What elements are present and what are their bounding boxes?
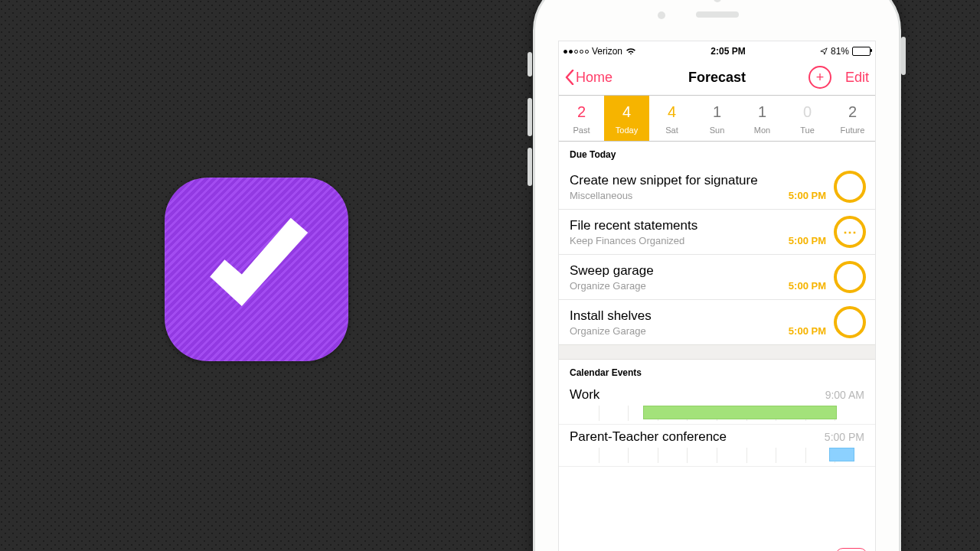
forecast-cell-today[interactable]: 4Today [604,96,649,141]
task-row[interactable]: Create new snippet for signatureMiscella… [559,165,875,210]
calendar-list: Work9:00 AMParent-Teacher conference5:00… [559,383,875,467]
power-button [901,37,906,75]
forecast-cell-future[interactable]: 2Future [830,96,875,141]
calendar-event-time: 5:00 PM [825,431,864,443]
forecast-label: Past [559,126,604,135]
carrier-label: Verizon [592,46,622,57]
forecast-label: Sun [694,126,740,135]
volume-up-button [528,98,532,136]
calendar-event-name: Parent-Teacher conference [570,429,825,445]
task-complete-circle[interactable] [834,261,866,293]
forecast-cell-tue[interactable]: 0Tue [785,96,830,141]
forecast-label: Tue [785,126,830,135]
forecast-count: 4 [604,103,649,121]
task-project: Organize Garage [570,325,782,337]
forecast-cell-sat[interactable]: 4Sat [649,96,694,141]
earpiece-speaker [696,11,739,18]
volume-down-button [528,148,532,186]
location-icon [820,47,828,55]
forecast-label: Mon [740,126,785,135]
back-label: Home [576,70,612,86]
task-row[interactable]: File recent statementsKeep Finances Orga… [559,210,875,255]
phone-frame: Verizon 2:05 PM 81% Home Forecast [533,0,901,551]
forecast-count: 1 [694,103,740,121]
task-due-time: 5:00 PM [789,235,826,246]
checkmark-icon [195,208,318,331]
status-bar: Verizon 2:05 PM 81% [559,41,875,60]
phone-screen: Verizon 2:05 PM 81% Home Forecast [558,41,876,551]
calendar-events-header: Calendar Events [559,360,875,383]
app-icon [165,178,348,361]
plus-icon: + [816,70,825,84]
task-project: Keep Finances Organized [570,235,782,246]
proximity-sensor [658,11,665,19]
task-row[interactable]: Install shelvesOrganize Garage5:00 PM [559,300,875,344]
calendar-bar [829,448,854,461]
forecast-count: 0 [785,103,830,121]
calendar-bar [643,406,836,419]
edit-button[interactable]: Edit [845,70,869,86]
forecast-count: 1 [740,103,785,121]
mute-switch [528,52,532,77]
forecast-label: Future [830,126,875,135]
task-complete-circle[interactable] [834,171,866,203]
forecast-cell-sun[interactable]: 1Sun [694,96,740,141]
task-due-time: 5:00 PM [789,280,826,292]
calendar-timeline [570,448,864,463]
task-project: Miscellaneous [570,190,782,201]
forecast-bar: 2Past4Today4Sat1Sun1Mon0Tue2Future [559,96,875,142]
battery-icon [852,47,871,56]
forecast-label: Today [604,126,649,135]
task-list: Create new snippet for signatureMiscella… [559,165,875,344]
status-time: 2:05 PM [710,46,745,57]
task-title: Install shelves [570,308,826,324]
task-due-time: 5:00 PM [789,190,826,201]
back-button[interactable]: Home [565,70,612,86]
calendar-row[interactable]: Parent-Teacher conference5:00 PM [559,425,875,467]
task-title: Sweep garage [570,263,826,279]
calendar-event-time: 9:00 AM [825,389,864,401]
calendar-event-name: Work [570,387,825,403]
forecast-cell-mon[interactable]: 1Mon [740,96,785,141]
calendar-timeline [570,406,864,421]
nav-bar: Home Forecast + Edit [559,60,875,96]
forecast-count: 4 [649,103,694,121]
task-complete-circle[interactable] [834,306,866,338]
forecast-label: Sat [649,126,694,135]
signal-strength-icon [564,50,589,54]
task-project: Organize Garage [570,280,782,292]
forecast-count: 2 [830,103,875,121]
forecast-cell-past[interactable]: 2Past [559,96,604,141]
wifi-icon [626,47,636,55]
forecast-count: 2 [559,103,604,121]
task-due-time: 5:00 PM [789,325,826,337]
task-title: File recent statements [570,218,826,233]
battery-percent: 81% [831,46,849,57]
add-button[interactable]: + [808,66,831,89]
front-camera [714,0,721,2]
task-title: Create new snippet for signature [570,173,826,188]
calendar-row[interactable]: Work9:00 AM [559,383,875,425]
due-today-header: Due Today [559,142,875,165]
task-row[interactable]: Sweep garageOrganize Garage5:00 PM [559,255,875,300]
stage: Verizon 2:05 PM 81% Home Forecast [0,0,980,551]
section-gap [559,344,875,360]
chevron-left-icon [565,70,574,85]
inbox-button[interactable] [835,548,867,551]
task-complete-circle[interactable] [834,216,866,248]
